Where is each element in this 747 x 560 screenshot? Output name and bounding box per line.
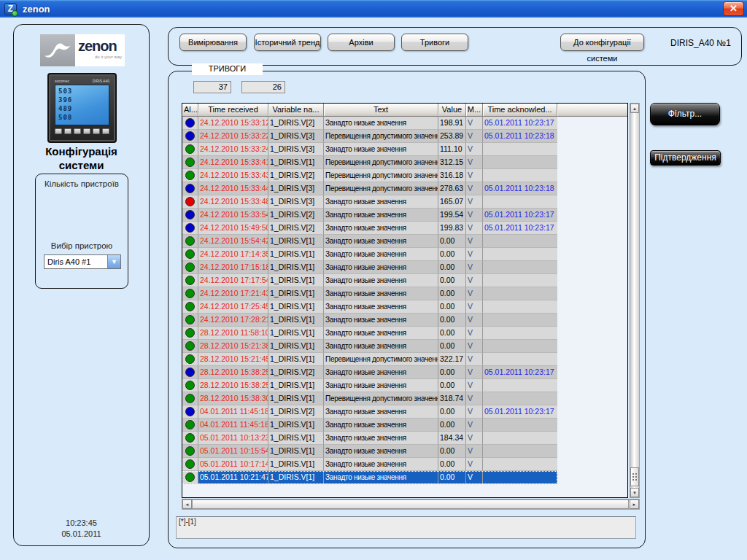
alarm-state-cell	[182, 327, 198, 340]
alarm-row[interactable]: 24.12.2010 17:28:21 1_DIRIS.V[1] Занадто…	[182, 314, 557, 327]
cell-time-acknowledged	[483, 248, 557, 261]
cell-text: Занадто низьке значення	[324, 327, 438, 340]
cell-time-received: 05.01.2011 10:21:47	[198, 471, 268, 484]
column-header-value[interactable]: Value	[438, 104, 466, 116]
horizontal-scrollbar[interactable]: ◄ ►	[182, 499, 640, 510]
cell-time-received: 24.12.2010 15:33:12	[198, 117, 268, 130]
cell-time-acknowledged	[483, 300, 557, 314]
scroll-up-icon[interactable]: ▲	[630, 104, 639, 113]
alarm-row[interactable]: 24.12.2010 15:33:22 1_DIRIS.V[3] Перевищ…	[182, 130, 557, 143]
alarm-row[interactable]: 24.12.2010 15:33:44 1_DIRIS.V[3] Перевищ…	[182, 182, 557, 195]
cell-variable-name: 1_DIRIS.V[1]	[268, 340, 324, 353]
nav-button-alarms[interactable]: Тривоги	[401, 34, 468, 51]
close-button[interactable]: ✕	[723, 1, 744, 16]
alarm-row[interactable]: 24.12.2010 15:33:24 1_DIRIS.V[3] Занадто…	[182, 143, 557, 156]
alarm-row[interactable]: 05.01.2011 10:15:54 1_DIRIS.V[1] Занадто…	[182, 445, 557, 458]
alarm-row[interactable]: 28.12.2010 15:38:30 1_DIRIS.V[1] Перевищ…	[182, 392, 557, 405]
horizontal-scrollbar-thumb[interactable]	[192, 499, 629, 509]
cell-time-received: 28.12.2010 15:38:25	[198, 366, 268, 379]
alarm-row[interactable]: 24.12.2010 15:33:41 1_DIRIS.V[1] Перевищ…	[182, 156, 557, 169]
alarm-state-icon	[185, 381, 195, 390]
cell-text: Перевищення допустимого значення	[324, 353, 438, 366]
alarm-state-cell	[182, 353, 198, 366]
alarm-state-icon	[185, 446, 195, 456]
alarm-row[interactable]: 24.12.2010 15:33:48 1_DIRIS.V[3] Занадто…	[182, 195, 557, 209]
alarm-row[interactable]: 28.12.2010 15:21:38 1_DIRIS.V[1] Занадто…	[182, 340, 557, 353]
cell-time-acknowledged: 05.01.2011 10:23:17	[483, 366, 557, 379]
cell-time-received: 24.12.2010 17:21:43	[198, 287, 268, 300]
alarm-row[interactable]: 28.12.2010 11:58:10 1_DIRIS.V[1] Занадто…	[182, 327, 557, 340]
cell-text: Занадто низьке значення	[324, 274, 438, 287]
cell-time-received: 28.12.2010 15:38:25	[198, 379, 268, 392]
filter-button[interactable]: Фільтр...	[650, 103, 720, 125]
alarm-state-icon	[185, 472, 195, 482]
alarm-row[interactable]: 04.01.2011 11:45:18 1_DIRIS.V[1] Занадто…	[182, 419, 557, 432]
nav-button-archives[interactable]: Архіви	[328, 34, 395, 51]
cell-time-acknowledged	[483, 432, 557, 445]
alarm-state-cell	[182, 314, 198, 327]
scroll-right-icon[interactable]: ►	[630, 499, 639, 509]
alarm-state-icon	[185, 144, 195, 154]
cell-time-acknowledged: 05.01.2011 10:23:17	[483, 209, 557, 222]
nav-button-measurements[interactable]: Вимірювання	[179, 34, 247, 51]
cell-unit: V	[466, 392, 483, 405]
cell-value: 0.00	[438, 261, 466, 274]
alarm-row[interactable]: 24.12.2010 15:33:54 1_DIRIS.V[2] Занадто…	[182, 209, 557, 222]
alarm-state-icon	[185, 302, 195, 311]
alarm-row[interactable]: 24.12.2010 15:49:50 1_DIRIS.V[2] Занадто…	[182, 222, 557, 235]
alarm-row[interactable]: 28.12.2010 15:38:25 1_DIRIS.V[1] Занадто…	[182, 379, 557, 392]
cell-variable-name: 1_DIRIS.V[1]	[268, 300, 324, 314]
nav-button-historic-trend[interactable]: Історичний тренд	[254, 34, 321, 51]
cell-unit: V	[466, 117, 483, 130]
alarm-row[interactable]: 24.12.2010 17:21:43 1_DIRIS.V[1] Занадто…	[182, 287, 557, 300]
column-header-variable-name[interactable]: Variable na...	[268, 104, 324, 116]
alarm-row[interactable]: 24.12.2010 15:33:12 1_DIRIS.V[2] Занадто…	[182, 117, 557, 130]
alarm-row[interactable]: 05.01.2011 10:17:14 1_DIRIS.V[1] Занадто…	[182, 458, 557, 471]
sidebar-title-line2: системи	[14, 158, 149, 172]
alarm-row[interactable]: 05.01.2011 10:13:23 1_DIRIS.V[1] Занадто…	[182, 432, 557, 445]
alarm-row[interactable]: 28.12.2010 15:21:45 1_DIRIS.V[1] Перевищ…	[182, 353, 557, 366]
device-select-value: Diris A40 #1	[44, 255, 107, 268]
alarm-row[interactable]: 24.12.2010 17:25:45 1_DIRIS.V[1] Занадто…	[182, 300, 557, 314]
thumb-grip-icon	[632, 472, 638, 482]
alarm-row[interactable]: 28.12.2010 15:38:25 1_DIRIS.V[2] Занадто…	[182, 366, 557, 379]
column-header-measuring-unit[interactable]: M...	[466, 104, 483, 116]
cell-unit: V	[466, 274, 483, 287]
column-header-alarm-state[interactable]: Al...	[182, 104, 198, 116]
alarm-state-icon	[185, 197, 195, 206]
acknowledge-button[interactable]: Підтвердження	[650, 150, 721, 166]
alarm-state-cell	[182, 445, 198, 458]
alarm-row[interactable]: 24.12.2010 17:15:18 1_DIRIS.V[1] Занадто…	[182, 261, 557, 274]
alarm-row[interactable]: 24.12.2010 17:17:54 1_DIRIS.V[1] Занадто…	[182, 274, 557, 287]
cell-text: Занадто низьке значення	[324, 261, 438, 274]
vertical-scrollbar-thumb[interactable]	[630, 467, 639, 486]
chevron-down-icon[interactable]: ▼	[107, 255, 120, 268]
alarm-row[interactable]: 24.12.2010 17:14:35 1_DIRIS.V[1] Занадто…	[182, 248, 557, 261]
alarm-state-icon	[185, 341, 195, 351]
nav-button-system-config[interactable]: До конфігурації системи	[560, 34, 644, 51]
alarm-count-unacknowledged: 26	[241, 81, 285, 93]
cell-time-received: 28.12.2010 15:21:45	[198, 353, 268, 366]
alarm-list: Al... Time received Variable na... Text …	[182, 103, 628, 498]
filter-expression-box[interactable]: [*]-[1]	[176, 516, 636, 539]
cell-time-received: 04.01.2011 11:45:18	[198, 419, 268, 432]
scroll-down-icon[interactable]: ▼	[630, 488, 639, 497]
column-header-time-received[interactable]: Time received	[198, 104, 268, 116]
column-header-text[interactable]: Text	[324, 104, 438, 116]
cell-unit: V	[466, 169, 483, 182]
alarm-row[interactable]: 24.12.2010 15:33:43 1_DIRIS.V[2] Перевищ…	[182, 169, 557, 182]
cell-variable-name: 1_DIRIS.V[1]	[268, 327, 324, 340]
cell-value: 199.83	[438, 222, 466, 235]
scroll-left-icon[interactable]: ◄	[182, 499, 192, 509]
alarm-state-icon	[185, 315, 195, 324]
vertical-scrollbar[interactable]: ▲ ▼	[630, 103, 640, 498]
column-header-time-acknowledged[interactable]: Time acknowled...	[483, 104, 557, 116]
device-select-combobox[interactable]: Diris A40 #1 ▼	[44, 254, 121, 269]
alarm-row[interactable]: 24.12.2010 15:54:42 1_DIRIS.V[1] Занадто…	[182, 235, 557, 248]
alarm-state-icon	[185, 459, 195, 469]
alarm-count-total: 37	[193, 81, 231, 93]
cell-unit: V	[466, 432, 483, 445]
alarm-row[interactable]: 05.01.2011 10:21:47 1_DIRIS.V[1] Занадто…	[182, 471, 557, 484]
alarm-row[interactable]: 04.01.2011 11:45:18 1_DIRIS.V[2] Занадто…	[182, 405, 557, 419]
cell-time-received: 28.12.2010 11:58:10	[198, 327, 268, 340]
